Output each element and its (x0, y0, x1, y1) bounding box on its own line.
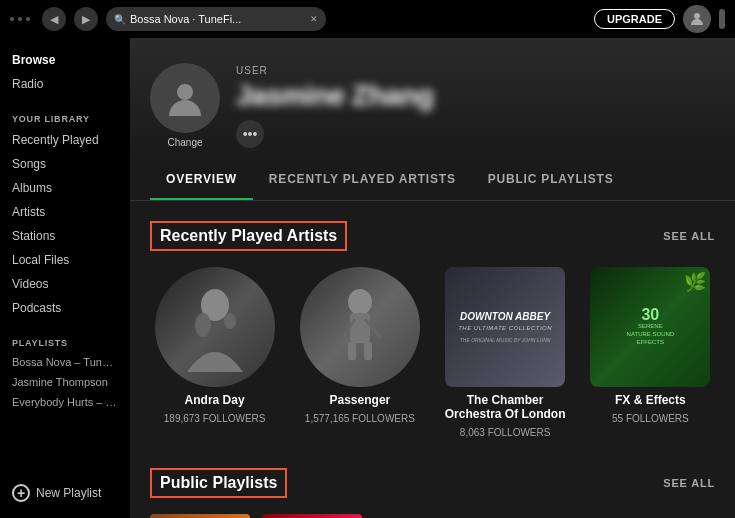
svg-point-1 (177, 84, 193, 100)
tab-public-playlists[interactable]: PUBLIC PLAYLISTS (472, 158, 630, 200)
public-playlists-section: Public Playlists SEE ALL (130, 448, 735, 518)
recently-played-section: Recently Played Artists SEE ALL (130, 201, 735, 448)
artist-image-passenger (300, 267, 420, 387)
artist-name-chamber-orchestra: The Chamber Orchestra Of London (441, 393, 570, 421)
upgrade-button[interactable]: UPGRADE (594, 9, 675, 29)
change-avatar-button[interactable]: Change (167, 137, 202, 148)
public-playlists-title: Public Playlists (150, 468, 287, 498)
artist-card-passenger[interactable]: Passenger 1,577,165 FOLLOWERS (295, 267, 424, 438)
profile-info: USER Jasmine Zhang ••• (236, 65, 433, 148)
artists-grid: Andra Day 189,673 FOLLOWERS (150, 267, 715, 438)
artist-followers-passenger: 1,577,165 FOLLOWERS (305, 413, 415, 424)
artist-followers-andra-day: 189,673 FOLLOWERS (164, 413, 266, 424)
topbar-dot-2 (18, 17, 22, 21)
topbar: ◀ ▶ 🔍 ✕ UPGRADE (0, 0, 735, 38)
sidebar-item-videos[interactable]: Videos (0, 272, 130, 296)
tabs-bar: OVERVIEW RECENTLY PLAYED ARTISTS PUBLIC … (130, 158, 735, 201)
profile-name: Jasmine Zhang (236, 80, 433, 112)
artist-name-fx-effects: FX & Effects (615, 393, 686, 407)
sidebar-item-songs[interactable]: Songs (0, 152, 130, 176)
svg-point-3 (195, 313, 211, 337)
tab-overview[interactable]: OVERVIEW (150, 158, 253, 200)
svg-point-5 (348, 289, 372, 315)
svg-point-0 (694, 13, 700, 19)
public-playlists-header: Public Playlists SEE ALL (150, 468, 715, 498)
profile-user-label: USER (236, 65, 433, 76)
scrollbar-stub (719, 9, 725, 29)
profile-options-button[interactable]: ••• (236, 120, 264, 148)
artist-followers-fx-effects: 55 FOLLOWERS (612, 413, 689, 424)
recently-played-title: Recently Played Artists (150, 221, 347, 251)
profile-avatar (150, 63, 220, 133)
svg-rect-9 (348, 342, 356, 360)
profile-header: Change USER Jasmine Zhang ••• (130, 38, 735, 158)
sidebar-item-radio[interactable]: Radio (0, 72, 130, 96)
fx-number: 30 (641, 307, 659, 323)
search-icon: 🔍 (114, 14, 126, 25)
topbar-dots (10, 17, 30, 21)
playlist-card-2[interactable] (262, 514, 362, 518)
close-icon[interactable]: ✕ (310, 14, 318, 24)
svg-rect-10 (364, 342, 372, 360)
topbar-dot-1 (10, 17, 14, 21)
downton-abbey-display: DOWNTON ABBEY THE ULTIMATE COLLECTION TH… (458, 311, 552, 342)
user-avatar-top (683, 5, 711, 33)
new-playlist-button[interactable]: + New Playlist (0, 478, 130, 508)
sidebar-playlist-1[interactable]: Bossa Nova – TuneFab... (0, 352, 130, 372)
tab-recently-played-artists[interactable]: RECENTLY PLAYED ARTISTS (253, 158, 472, 200)
main-layout: Browse Radio YOUR LIBRARY Recently Playe… (0, 38, 735, 518)
sidebar-playlist-3[interactable]: Everybody Hurts – Ja... (0, 392, 130, 412)
artist-name-andra-day: Andra Day (185, 393, 245, 407)
artist-image-andra-day (155, 267, 275, 387)
artist-card-andra-day[interactable]: Andra Day 189,673 FOLLOWERS (150, 267, 279, 438)
profile-avatar-wrap: Change (150, 63, 220, 148)
svg-rect-6 (350, 313, 370, 343)
sidebar-item-browse[interactable]: Browse (0, 48, 130, 72)
sidebar-section-playlists: PLAYLISTS (0, 330, 130, 352)
playlist-card-1[interactable] (150, 514, 250, 518)
back-button[interactable]: ◀ (42, 7, 66, 31)
recently-played-header: Recently Played Artists SEE ALL (150, 221, 715, 251)
search-bar: 🔍 ✕ (106, 7, 326, 31)
sidebar-playlist-2[interactable]: Jasmine Thompson (0, 372, 130, 392)
public-playlists-see-all-button[interactable]: SEE ALL (663, 477, 715, 489)
svg-point-4 (224, 313, 236, 329)
search-input[interactable] (130, 13, 306, 25)
leaf-icon: 🌿 (684, 271, 706, 293)
sidebar-item-artists[interactable]: Artists (0, 200, 130, 224)
forward-button[interactable]: ▶ (74, 7, 98, 31)
artist-card-chamber-orchestra[interactable]: DOWNTON ABBEY THE ULTIMATE COLLECTION TH… (441, 267, 570, 438)
artist-name-passenger: Passenger (330, 393, 391, 407)
fx-label: SERENE NATURE SOUND EFFECTS (627, 323, 675, 346)
sidebar-item-local-files[interactable]: Local Files (0, 248, 130, 272)
playlists-grid (150, 514, 715, 518)
artist-image-chamber-orchestra: DOWNTON ABBEY THE ULTIMATE COLLECTION TH… (445, 267, 565, 387)
sidebar-section-your-library: YOUR LIBRARY (0, 106, 130, 128)
content-area: Change USER Jasmine Zhang ••• OVERVIEW R… (130, 38, 735, 518)
sidebar-item-stations[interactable]: Stations (0, 224, 130, 248)
recently-played-see-all-button[interactable]: SEE ALL (663, 230, 715, 242)
artist-card-fx-effects[interactable]: 🌿 30 SERENE NATURE SOUND EFFECTS FX & Ef… (586, 267, 715, 438)
topbar-dot-3 (26, 17, 30, 21)
sidebar-item-albums[interactable]: Albums (0, 176, 130, 200)
sidebar-item-podcasts[interactable]: Podcasts (0, 296, 130, 320)
sidebar: Browse Radio YOUR LIBRARY Recently Playe… (0, 38, 130, 518)
artist-image-fx-effects: 🌿 30 SERENE NATURE SOUND EFFECTS (590, 267, 710, 387)
artist-followers-chamber-orchestra: 8,063 FOLLOWERS (460, 427, 551, 438)
plus-circle-icon: + (12, 484, 30, 502)
sidebar-item-recently-played[interactable]: Recently Played (0, 128, 130, 152)
